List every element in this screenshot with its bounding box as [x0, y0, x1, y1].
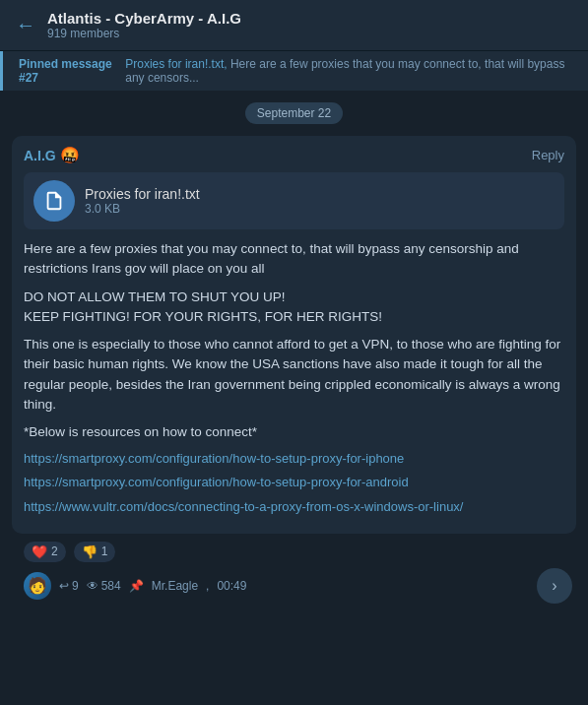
pinned-message-bar[interactable]: Pinned message #27 Proxies for iran!.txt…: [0, 51, 588, 91]
sender-emoji: 🤬: [60, 146, 80, 164]
link-2[interactable]: https://smartproxy.com/configuration/how…: [24, 474, 564, 491]
file-attachment[interactable]: Proxies for iran!.txt 3.0 KB: [24, 172, 564, 229]
reply-count: 9: [72, 579, 79, 593]
message-bubble: A.I.G 🤬 Reply Proxies for iran!.txt 3.0 …: [12, 136, 576, 534]
next-button[interactable]: ›: [537, 568, 572, 604]
channel-title: Atlantis - CyberArmy - A.I.G: [47, 10, 241, 27]
reply-stat: ↩ 9: [59, 579, 79, 593]
heart-count: 2: [51, 545, 58, 558]
date-pill: September 22: [245, 102, 343, 124]
back-button[interactable]: ←: [16, 14, 35, 36]
reply-icon: ↩: [59, 579, 69, 593]
header-info: Atlantis - CyberArmy - A.I.G 919 members: [47, 10, 241, 40]
link-1[interactable]: https://smartproxy.com/configuration/how…: [24, 450, 564, 468]
reactions-row: ❤️ 2 👎 1: [12, 534, 576, 566]
reaction-heart[interactable]: ❤️ 2: [24, 542, 66, 562]
paragraph-4: *Below is resources on how to connect*: [24, 422, 564, 442]
message-body: Here are a few proxies that you may conn…: [24, 239, 564, 516]
reply-button[interactable]: Reply: [532, 148, 564, 162]
footer-separator: ,: [206, 579, 209, 593]
paragraph-2: DO NOT ALLOW THEM TO SHUT YOU UP!KEEP FI…: [24, 288, 564, 328]
file-name: Proxies for iran!.txt: [85, 186, 200, 202]
file-info: Proxies for iran!.txt 3.0 KB: [85, 186, 200, 216]
view-count: 584: [101, 579, 121, 593]
pinned-text: Proxies for iran!.txt, Here are a few pr…: [125, 57, 572, 85]
footer-bar: 🧑 ↩ 9 👁 584 📌 Mr.Eagle , 00:49: [12, 566, 258, 606]
message-footer: 🧑 ↩ 9 👁 584 📌 Mr.Eagle , 00:49 ›: [12, 566, 576, 606]
sender-name: A.I.G: [24, 148, 56, 163]
footer-avatar: 🧑: [24, 572, 51, 600]
heart-emoji: ❤️: [32, 545, 47, 559]
view-stat: 👁 584: [87, 579, 121, 593]
file-size: 3.0 KB: [85, 202, 200, 216]
message-header: A.I.G 🤬 Reply: [24, 146, 564, 164]
pinned-highlight: Proxies for iran!.txt,: [125, 57, 227, 71]
member-count: 919 members: [47, 27, 241, 40]
paragraph-1: Here are a few proxies that you may conn…: [24, 239, 564, 280]
message-container: A.I.G 🤬 Reply Proxies for iran!.txt 3.0 …: [0, 136, 588, 613]
eye-icon: 👁: [87, 579, 98, 593]
thumbdown-count: 1: [101, 545, 108, 558]
next-icon: ›: [552, 577, 556, 595]
header: ← Atlantis - CyberArmy - A.I.G 919 membe…: [0, 0, 588, 51]
reaction-thumbdown[interactable]: 👎 1: [74, 542, 116, 562]
paragraph-3: This one is especially to those who cann…: [24, 335, 564, 415]
link-3[interactable]: https://www.vultr.com/docs/connecting-to…: [24, 498, 564, 516]
footer-time: 00:49: [217, 579, 246, 593]
thumbdown-emoji: 👎: [82, 545, 98, 559]
footer-author: Mr.Eagle: [152, 579, 198, 593]
pinned-label: Pinned message #27: [19, 57, 119, 85]
pin-icon: 📌: [129, 579, 144, 593]
date-divider: September 22: [0, 91, 588, 136]
pin-stat: 📌: [129, 579, 144, 593]
avatar-icon: 🧑: [28, 576, 47, 595]
file-icon: [33, 180, 75, 222]
